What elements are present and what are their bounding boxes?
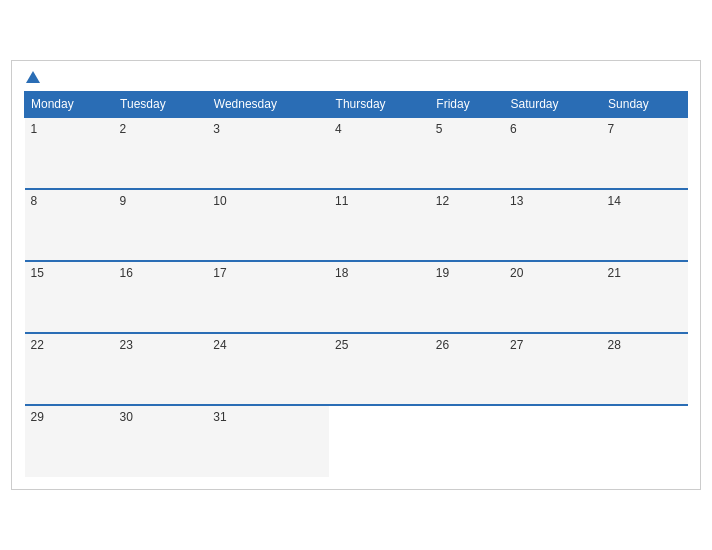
calendar-week-row: 1234567	[25, 117, 688, 189]
day-number: 4	[335, 122, 342, 136]
calendar-header-row: MondayTuesdayWednesdayThursdayFridaySatu…	[25, 92, 688, 118]
day-number: 18	[335, 266, 348, 280]
calendar-day-cell: 2	[114, 117, 208, 189]
calendar-day-cell: 6	[504, 117, 602, 189]
day-number: 9	[120, 194, 127, 208]
weekday-header: Wednesday	[207, 92, 329, 118]
day-number: 21	[608, 266, 621, 280]
calendar-day-cell: 31	[207, 405, 329, 477]
day-number: 10	[213, 194, 226, 208]
calendar-day-cell: 22	[25, 333, 114, 405]
calendar-day-cell: 10	[207, 189, 329, 261]
day-number: 23	[120, 338, 133, 352]
calendar-day-cell: 15	[25, 261, 114, 333]
day-number: 12	[436, 194, 449, 208]
day-number: 24	[213, 338, 226, 352]
calendar-day-cell: 19	[430, 261, 504, 333]
calendar-day-cell	[504, 405, 602, 477]
day-number: 1	[31, 122, 38, 136]
calendar-day-cell: 14	[602, 189, 688, 261]
calendar-day-cell	[602, 405, 688, 477]
day-number: 17	[213, 266, 226, 280]
calendar-body: 1234567891011121314151617181920212223242…	[25, 117, 688, 477]
weekday-header: Friday	[430, 92, 504, 118]
weekday-header: Tuesday	[114, 92, 208, 118]
day-number: 27	[510, 338, 523, 352]
weekday-header: Saturday	[504, 92, 602, 118]
calendar-day-cell: 18	[329, 261, 430, 333]
day-number: 7	[608, 122, 615, 136]
day-number: 25	[335, 338, 348, 352]
calendar-day-cell	[329, 405, 430, 477]
day-number: 29	[31, 410, 44, 424]
calendar-day-cell: 13	[504, 189, 602, 261]
day-number: 6	[510, 122, 517, 136]
calendar-day-cell: 16	[114, 261, 208, 333]
calendar-day-cell: 25	[329, 333, 430, 405]
day-number: 15	[31, 266, 44, 280]
day-number: 31	[213, 410, 226, 424]
day-number: 14	[608, 194, 621, 208]
calendar-week-row: 891011121314	[25, 189, 688, 261]
calendar-grid: MondayTuesdayWednesdayThursdayFridaySatu…	[24, 91, 688, 477]
calendar-day-cell: 17	[207, 261, 329, 333]
calendar-day-cell: 27	[504, 333, 602, 405]
calendar-day-cell	[430, 405, 504, 477]
day-number: 3	[213, 122, 220, 136]
weekday-header: Sunday	[602, 92, 688, 118]
day-number: 8	[31, 194, 38, 208]
day-number: 2	[120, 122, 127, 136]
calendar-day-cell: 30	[114, 405, 208, 477]
day-number: 11	[335, 194, 348, 208]
logo-triangle-icon	[26, 71, 40, 83]
day-number: 26	[436, 338, 449, 352]
day-number: 19	[436, 266, 449, 280]
day-number: 22	[31, 338, 44, 352]
calendar-day-cell: 7	[602, 117, 688, 189]
calendar-day-cell: 4	[329, 117, 430, 189]
calendar-day-cell: 12	[430, 189, 504, 261]
day-number: 20	[510, 266, 523, 280]
calendar-day-cell: 1	[25, 117, 114, 189]
calendar-day-cell: 11	[329, 189, 430, 261]
day-number: 16	[120, 266, 133, 280]
logo	[24, 71, 40, 83]
calendar-day-cell: 3	[207, 117, 329, 189]
calendar-day-cell: 8	[25, 189, 114, 261]
calendar-day-cell: 24	[207, 333, 329, 405]
calendar: MondayTuesdayWednesdayThursdayFridaySatu…	[11, 60, 701, 490]
calendar-day-cell: 21	[602, 261, 688, 333]
calendar-week-row: 22232425262728	[25, 333, 688, 405]
calendar-day-cell: 26	[430, 333, 504, 405]
calendar-day-cell: 9	[114, 189, 208, 261]
calendar-week-row: 15161718192021	[25, 261, 688, 333]
day-number: 13	[510, 194, 523, 208]
calendar-day-cell: 29	[25, 405, 114, 477]
day-number: 28	[608, 338, 621, 352]
calendar-day-cell: 28	[602, 333, 688, 405]
calendar-header	[24, 71, 688, 83]
day-number: 5	[436, 122, 443, 136]
weekday-header: Monday	[25, 92, 114, 118]
weekday-header: Thursday	[329, 92, 430, 118]
calendar-day-cell: 20	[504, 261, 602, 333]
calendar-week-row: 293031	[25, 405, 688, 477]
calendar-day-cell: 5	[430, 117, 504, 189]
day-number: 30	[120, 410, 133, 424]
calendar-day-cell: 23	[114, 333, 208, 405]
